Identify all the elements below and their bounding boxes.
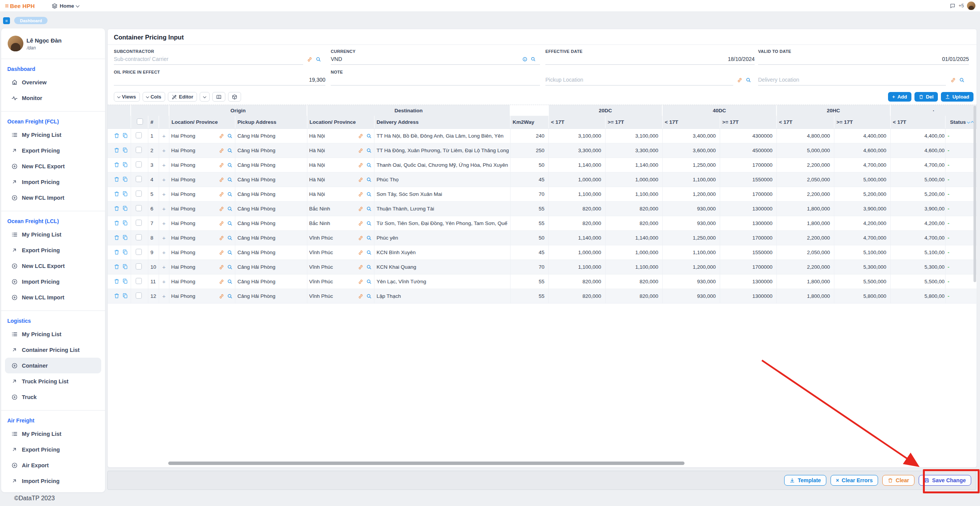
search-icon[interactable] <box>227 163 233 168</box>
duplicate-icon[interactable] <box>122 147 128 153</box>
checkbox[interactable] <box>136 249 142 255</box>
cell-price-3[interactable]: 1300000 <box>720 202 776 216</box>
sidebar-item-truck[interactable]: Truck <box>1 389 105 405</box>
cell-price-6[interactable]: 5,200,00 <box>890 187 945 202</box>
trash-icon[interactable] <box>114 293 120 299</box>
search-icon[interactable] <box>366 294 372 299</box>
cell-delivery-address[interactable]: Thanh Oai, Quốc Oai, Chương Mỹ, Ứng Hòa,… <box>374 158 510 172</box>
add-subrow-button[interactable]: + <box>159 274 169 289</box>
cell-origin-province[interactable]: Hai Phong <box>169 187 235 202</box>
sidebar-item-new-fcl-import[interactable]: New FCL Import <box>1 190 105 205</box>
cell-km2way[interactable]: 50 <box>510 158 548 172</box>
delete-rows-button[interactable]: Del <box>914 92 938 102</box>
search-icon[interactable] <box>227 294 233 299</box>
search-icon[interactable] <box>316 57 321 62</box>
sidebar-item-new-lcl-export[interactable]: New LCL Export <box>1 258 105 274</box>
add-subrow-button[interactable]: + <box>159 245 169 260</box>
search-icon[interactable] <box>227 192 233 197</box>
cell-price-0[interactable]: 1,140,000 <box>548 231 605 245</box>
duplicate-icon[interactable] <box>122 235 128 240</box>
cell-price-2[interactable]: 1,250,000 <box>662 158 720 172</box>
cell-delivery-address[interactable]: Phúc yên <box>374 231 510 245</box>
link-icon[interactable] <box>219 192 224 197</box>
cell-destination-province[interactable]: Bắc Ninh <box>307 202 374 216</box>
cell-km2way[interactable]: 55 <box>510 289 548 304</box>
link-icon[interactable] <box>358 177 363 182</box>
link-icon[interactable] <box>219 221 224 226</box>
cell-delivery-address[interactable]: Lập Thạch <box>374 289 510 304</box>
cell-km2way[interactable]: 55 <box>510 202 548 216</box>
sidebar-item-new-lcl-import[interactable]: New LCL Import <box>1 289 105 305</box>
cell-pickup-address[interactable]: Cảng Hải Phòng <box>235 172 307 187</box>
cell-price-3[interactable]: 1550000 <box>720 245 776 260</box>
cell-price-3[interactable]: 1300000 <box>720 216 776 231</box>
cell-price-0[interactable]: 3,300,000 <box>548 143 605 158</box>
cell-price-5[interactable]: 4,700,000 <box>834 231 890 245</box>
horizontal-scrollbar[interactable] <box>168 462 685 465</box>
add-subrow-button[interactable]: + <box>159 260 169 274</box>
note-input[interactable] <box>331 75 540 84</box>
subcontractor-input[interactable]: Sub-contractor/ Carrier <box>114 54 303 64</box>
save-change-button[interactable]: Save Change <box>919 475 971 486</box>
cell-price-1[interactable]: 1,140,000 <box>605 231 662 245</box>
sidebar-item-my-pricing-list[interactable]: My Pricing List <box>1 227 105 242</box>
more-options-button[interactable] <box>200 92 210 102</box>
trash-icon[interactable] <box>114 235 120 240</box>
add-subrow-button[interactable]: + <box>159 129 169 143</box>
link-icon[interactable] <box>737 77 742 83</box>
cell-price-3[interactable]: 1300000 <box>720 289 776 304</box>
cell-price-1[interactable]: 1,100,000 <box>605 260 662 274</box>
sidebar-item-import-pricing[interactable]: Import Pricing <box>1 274 105 289</box>
search-icon[interactable] <box>227 206 233 212</box>
oil-price-input[interactable]: 19,300 <box>114 75 325 84</box>
sidebar-item-monitor[interactable]: Monitor <box>1 90 105 106</box>
cell-price-4[interactable]: 1,800,000 <box>776 289 834 304</box>
duplicate-icon[interactable] <box>122 278 128 284</box>
cell-price-5[interactable]: 5,800,000 <box>834 289 890 304</box>
cell-km2way[interactable]: 50 <box>510 231 548 245</box>
link-icon[interactable] <box>219 264 224 270</box>
cell-destination-province[interactable]: Bắc Ninh <box>307 216 374 231</box>
search-icon[interactable] <box>366 250 372 255</box>
cell-delivery-address[interactable]: Thuận Thành, Lương Tài <box>374 202 510 216</box>
cell-destination-province[interactable]: Hà Nội <box>307 158 374 172</box>
cell-delivery-address[interactable]: Phúc Thọ <box>374 172 510 187</box>
search-icon[interactable] <box>227 148 233 153</box>
cell-price-1[interactable]: 820,000 <box>605 274 662 289</box>
cell-price-1[interactable]: 1,100,000 <box>605 187 662 202</box>
search-icon[interactable] <box>366 192 372 197</box>
cell-price-6[interactable]: 5,500,00 <box>890 274 945 289</box>
cell-origin-province[interactable]: Hai Phong <box>169 231 235 245</box>
cell-price-1[interactable]: 820,000 <box>605 289 662 304</box>
cell-price-2[interactable]: 1,250,000 <box>662 231 720 245</box>
cell-price-5[interactable]: 5,500,000 <box>834 274 890 289</box>
search-icon[interactable] <box>366 206 372 212</box>
cell-pickup-address[interactable]: Cảng Hải Phòng <box>235 274 307 289</box>
cell-price-6[interactable]: 5,100,00 <box>890 245 945 260</box>
search-icon[interactable] <box>366 235 372 241</box>
cell-price-0[interactable]: 820,000 <box>548 216 605 231</box>
chevron-down-icon[interactable] <box>967 120 970 123</box>
cell-price-2[interactable]: 930,000 <box>662 289 720 304</box>
cell-pickup-address[interactable]: Cảng Hải Phòng <box>235 143 307 158</box>
cell-km2way[interactable]: 250 <box>510 143 548 158</box>
search-icon[interactable] <box>227 221 233 226</box>
checkbox[interactable] <box>136 161 142 168</box>
search-icon[interactable] <box>959 77 965 83</box>
cell-price-3[interactable]: 1700000 <box>720 158 776 172</box>
cell-destination-province[interactable]: Hà Nội <box>307 187 374 202</box>
cell-origin-province[interactable]: Hai Phong <box>169 216 235 231</box>
add-subrow-button[interactable]: + <box>159 289 169 304</box>
cell-price-3[interactable]: 1700000 <box>720 260 776 274</box>
cell-pickup-address[interactable]: Cảng Hải Phòng <box>235 289 307 304</box>
search-icon[interactable] <box>227 177 233 182</box>
search-icon[interactable] <box>366 279 372 284</box>
cell-price-6[interactable]: 4,700,00 <box>890 231 945 245</box>
link-icon[interactable] <box>358 133 363 139</box>
cell-destination-province[interactable]: Hà Nội <box>307 143 374 158</box>
cell-price-4[interactable]: 2,200,000 <box>776 158 834 172</box>
duplicate-icon[interactable] <box>122 264 128 269</box>
duplicate-icon[interactable] <box>122 133 128 138</box>
cell-km2way[interactable]: 70 <box>510 187 548 202</box>
cell-price-5[interactable]: 5,300,000 <box>834 260 890 274</box>
